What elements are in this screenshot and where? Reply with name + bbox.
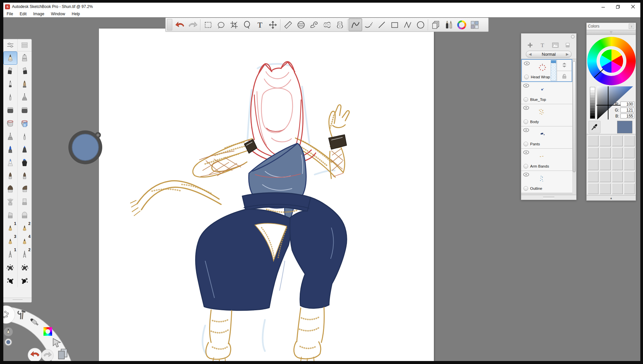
move-tool[interactable] xyxy=(266,19,279,31)
layer-row-arm-bands[interactable]: Arm Bands xyxy=(521,149,572,171)
brush-ink-blot-small[interactable] xyxy=(18,274,32,288)
brush-eraser-soft[interactable] xyxy=(18,104,32,117)
title-bar[interactable]: S Autodesk SketchBook Pro - Shun.tif @ 9… xyxy=(3,3,640,11)
blend-mode-selector[interactable]: ◀ Normal ▶ xyxy=(526,51,572,58)
undo-button[interactable] xyxy=(173,19,186,31)
blend-prev-icon[interactable]: ◀ xyxy=(526,52,534,56)
colors-collapse-bar[interactable]: ▽ xyxy=(587,30,636,35)
layer-options-icon[interactable] xyxy=(565,42,570,48)
lagoon-color-wheel-icon[interactable] xyxy=(43,327,52,336)
brush-splatter-coarse[interactable] xyxy=(3,261,17,274)
brush-settings-button[interactable] xyxy=(3,39,17,51)
brush-fan[interactable] xyxy=(3,196,17,209)
eyedropper-button[interactable] xyxy=(589,121,601,133)
visibility-eye-icon[interactable] xyxy=(523,106,529,110)
brush-metal-pen[interactable] xyxy=(18,130,32,143)
swatch-cell[interactable] xyxy=(588,171,599,182)
swatch-cell[interactable] xyxy=(600,171,610,182)
layer-row-pants[interactable]: Pants xyxy=(521,126,572,149)
brush-library-button[interactable] xyxy=(442,19,455,31)
menu-window[interactable]: Window xyxy=(47,11,68,17)
brush-flat[interactable] xyxy=(18,196,32,209)
brush-ink-bottle[interactable] xyxy=(18,156,32,170)
swatches-button[interactable] xyxy=(468,19,481,31)
colors-close-button[interactable]: x xyxy=(629,24,634,29)
brush-ink-blot-large[interactable] xyxy=(3,274,17,288)
swatch-cell[interactable] xyxy=(588,159,599,170)
layer-select-radio[interactable] xyxy=(523,142,528,146)
layer-select-radio[interactable] xyxy=(523,164,528,169)
text-layer-icon[interactable]: T xyxy=(539,42,545,48)
canvas[interactable] xyxy=(99,29,434,361)
brush-custom-needle-2[interactable]: 2 xyxy=(18,248,32,261)
brush-ballpoint-pen[interactable] xyxy=(3,78,17,91)
swatch-cell[interactable] xyxy=(600,159,610,170)
swatch-cell[interactable] xyxy=(612,147,623,158)
swatch-cell[interactable] xyxy=(588,147,599,158)
swatch-cell[interactable] xyxy=(612,183,623,194)
layers-panel-header[interactable] xyxy=(521,34,576,40)
layers-scrollbar-thumb[interactable] xyxy=(573,61,576,172)
ruler-tool[interactable] xyxy=(281,19,294,31)
colors-expand-bar[interactable]: ▲ xyxy=(587,195,636,200)
brush-custom-2[interactable]: 2 xyxy=(18,222,32,235)
lagoon-undo-button[interactable] xyxy=(28,348,42,361)
crop-tool[interactable] xyxy=(227,19,240,31)
layer-reorder-buttons[interactable] xyxy=(557,60,572,71)
brush-wide-flat[interactable] xyxy=(18,209,32,222)
r-value-field[interactable]: 100 xyxy=(620,102,634,107)
minimize-button[interactable] xyxy=(596,3,610,11)
layer-row-head-wrap[interactable]: Head Wrap xyxy=(521,59,572,82)
layer-select-radio[interactable] xyxy=(524,75,529,79)
brush-chisel-marker[interactable] xyxy=(3,65,17,78)
swatch-cell[interactable] xyxy=(624,135,635,146)
brush-splatter-fine[interactable] xyxy=(18,261,32,274)
brush-custom-needle-1[interactable]: 1 xyxy=(3,248,17,261)
layer-lock-icon[interactable] xyxy=(557,71,572,82)
swatch-cell[interactable] xyxy=(624,147,635,158)
brush-custom-4[interactable]: 4 xyxy=(18,235,32,248)
rectangle-select-tool[interactable] xyxy=(201,19,214,31)
close-button[interactable] xyxy=(625,3,640,11)
toolbar-drag-handle[interactable] xyxy=(167,19,172,31)
layer-row-outline[interactable]: Outline xyxy=(521,171,572,193)
layer-select-radio[interactable] xyxy=(523,119,528,124)
brush-brush-pen[interactable] xyxy=(18,78,32,91)
visibility-eye-icon[interactable] xyxy=(523,84,529,88)
symmetry-x-tool[interactable] xyxy=(320,19,333,31)
brush-fineliner[interactable] xyxy=(3,91,17,104)
menu-image[interactable]: Image xyxy=(30,11,47,17)
swatch-cell[interactable] xyxy=(600,147,610,158)
brush-large-round[interactable] xyxy=(3,182,17,196)
layer-copy-button[interactable] xyxy=(429,19,442,31)
redo-button[interactable] xyxy=(186,19,199,31)
restore-button[interactable] xyxy=(610,3,625,11)
brush-airbrush[interactable] xyxy=(18,91,32,104)
layer-select-radio[interactable] xyxy=(523,186,528,191)
french-curve-tool[interactable] xyxy=(307,19,320,31)
brush-small-round[interactable] xyxy=(3,170,17,183)
brush-palette-resize-handle[interactable] xyxy=(3,298,32,302)
swatch-cell[interactable] xyxy=(624,171,635,182)
layers-scrollbar[interactable] xyxy=(573,60,576,194)
visibility-eye-icon[interactable] xyxy=(523,173,529,177)
menu-edit[interactable]: Edit xyxy=(16,11,30,17)
layers-collapse-button[interactable] xyxy=(571,35,575,38)
add-layer-icon[interactable] xyxy=(527,42,533,48)
brush-marker[interactable] xyxy=(18,51,32,65)
brush-puck[interactable] xyxy=(68,129,104,165)
lagoon-redo-button[interactable] xyxy=(41,349,53,361)
swatch-cell[interactable] xyxy=(624,159,635,170)
brush-flood-fill[interactable] xyxy=(3,117,17,130)
brush-custom-1[interactable]: 1 xyxy=(3,222,17,235)
brush-airbrush-pen[interactable] xyxy=(3,130,17,143)
brush-blue-tip-marker[interactable] xyxy=(18,143,32,157)
swatch-cell[interactable] xyxy=(612,159,623,170)
symmetry-y-tool[interactable] xyxy=(333,19,346,31)
line-tool[interactable] xyxy=(375,19,388,31)
g-value-field[interactable]: 121 xyxy=(620,108,634,112)
brush-flood-fill-selection[interactable] xyxy=(18,117,32,130)
b-value-field[interactable]: 155 xyxy=(620,113,634,118)
swatch-cell[interactable] xyxy=(588,183,599,194)
visibility-eye-icon[interactable] xyxy=(523,150,529,154)
